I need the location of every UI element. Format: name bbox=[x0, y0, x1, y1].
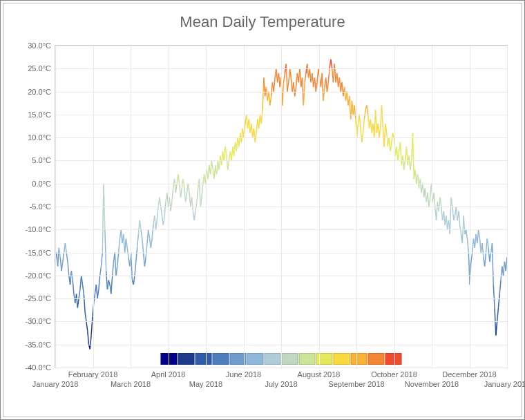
legend-swatch bbox=[161, 353, 178, 365]
svg-line-26 bbox=[88, 331, 89, 345]
svg-line-176 bbox=[274, 78, 275, 92]
svg-line-65 bbox=[136, 248, 137, 262]
svg-line-5 bbox=[61, 262, 63, 271]
svg-line-63 bbox=[133, 276, 135, 285]
svg-line-261 bbox=[379, 128, 381, 137]
svg-line-281 bbox=[404, 160, 405, 169]
svg-line-14 bbox=[73, 280, 74, 294]
svg-line-166 bbox=[261, 110, 262, 124]
svg-line-72 bbox=[144, 257, 146, 266]
svg-line-225 bbox=[334, 64, 336, 83]
svg-line-348 bbox=[487, 239, 488, 248]
x-tick-label: March 2018 bbox=[111, 380, 151, 388]
legend-swatch bbox=[247, 353, 264, 365]
svg-line-88 bbox=[164, 202, 166, 216]
svg-line-77 bbox=[151, 239, 152, 248]
svg-line-346 bbox=[485, 253, 486, 267]
svg-line-278 bbox=[400, 142, 401, 165]
svg-line-25 bbox=[86, 321, 88, 330]
svg-line-110 bbox=[192, 198, 193, 211]
svg-line-197 bbox=[300, 68, 301, 87]
svg-line-24 bbox=[85, 312, 86, 321]
svg-line-258 bbox=[376, 110, 377, 133]
y-tick-label: -30.0°C bbox=[26, 317, 51, 325]
x-tick-label: August 2018 bbox=[298, 370, 341, 379]
svg-line-118 bbox=[202, 184, 203, 198]
svg-line-219 bbox=[327, 82, 328, 91]
legend-swatch bbox=[299, 353, 316, 365]
svg-line-139 bbox=[228, 160, 229, 169]
legend-swatch bbox=[178, 353, 195, 365]
svg-line-335 bbox=[471, 253, 472, 262]
legend-swatch bbox=[265, 353, 281, 365]
svg-line-107 bbox=[188, 184, 189, 193]
svg-line-51 bbox=[119, 239, 120, 253]
svg-line-288 bbox=[412, 133, 414, 179]
svg-line-22 bbox=[83, 285, 84, 294]
svg-line-117 bbox=[200, 198, 202, 207]
x-tick-label: October 2018 bbox=[371, 370, 417, 379]
legend-swatch bbox=[385, 353, 402, 365]
svg-line-49 bbox=[116, 267, 117, 276]
y-tick-label: -15.0°C bbox=[26, 249, 51, 257]
svg-line-105 bbox=[186, 193, 187, 202]
svg-line-189 bbox=[290, 68, 292, 77]
svg-line-321 bbox=[454, 216, 455, 220]
svg-line-35 bbox=[99, 276, 100, 289]
x-tick-label: September 2018 bbox=[328, 380, 384, 388]
y-tick-label: -25.0°C bbox=[26, 294, 51, 303]
svg-line-201 bbox=[305, 73, 306, 82]
svg-line-310 bbox=[440, 198, 441, 207]
svg-line-8 bbox=[65, 243, 66, 252]
svg-line-126 bbox=[211, 160, 213, 169]
svg-line-69 bbox=[141, 229, 142, 238]
svg-line-251 bbox=[367, 106, 368, 115]
svg-line-46 bbox=[113, 262, 114, 276]
svg-line-344 bbox=[482, 243, 484, 257]
svg-line-305 bbox=[434, 193, 435, 207]
x-tick-label: July 2018 bbox=[265, 380, 297, 388]
x-tick-label: December 2018 bbox=[442, 370, 496, 379]
svg-line-10 bbox=[68, 262, 69, 276]
svg-line-101 bbox=[180, 188, 182, 197]
chart-title: Mean Daily Temperature bbox=[3, 3, 522, 31]
svg-line-353 bbox=[493, 285, 495, 307]
y-tick-label: -35.0°C bbox=[26, 341, 51, 349]
x-tick-label: June 2018 bbox=[226, 370, 261, 379]
svg-line-48 bbox=[115, 253, 116, 276]
y-tick-label: -5.0°C bbox=[30, 202, 51, 211]
svg-line-82 bbox=[157, 207, 158, 220]
legend-swatch bbox=[334, 353, 350, 365]
svg-line-331 bbox=[466, 229, 468, 238]
svg-line-168 bbox=[264, 78, 265, 97]
svg-line-112 bbox=[194, 211, 195, 220]
chart-frame: Mean Daily Temperature -40.0°C-35.0°C-30… bbox=[3, 3, 522, 417]
svg-line-75 bbox=[149, 229, 150, 238]
svg-line-73 bbox=[146, 243, 147, 257]
svg-line-2 bbox=[58, 248, 59, 267]
legend-swatch bbox=[282, 353, 298, 365]
svg-line-19 bbox=[79, 289, 80, 298]
svg-line-329 bbox=[464, 216, 465, 234]
svg-line-307 bbox=[437, 202, 438, 220]
svg-line-245 bbox=[359, 115, 361, 128]
svg-line-332 bbox=[468, 239, 469, 253]
svg-line-114 bbox=[197, 188, 198, 202]
svg-line-200 bbox=[303, 82, 305, 105]
svg-line-325 bbox=[459, 211, 460, 225]
svg-line-358 bbox=[499, 280, 501, 294]
svg-line-341 bbox=[479, 229, 480, 238]
svg-line-320 bbox=[452, 207, 454, 220]
svg-line-187 bbox=[287, 82, 289, 91]
svg-line-6 bbox=[63, 253, 64, 262]
svg-line-18 bbox=[77, 298, 79, 307]
svg-line-94 bbox=[172, 188, 173, 202]
svg-line-9 bbox=[66, 253, 68, 262]
svg-line-78 bbox=[152, 225, 153, 239]
svg-line-66 bbox=[137, 234, 139, 248]
svg-line-184 bbox=[284, 73, 285, 82]
legend-swatch bbox=[213, 353, 229, 365]
svg-line-28 bbox=[90, 335, 91, 349]
svg-line-318 bbox=[450, 198, 451, 234]
y-tick-label: 15.0°C bbox=[28, 111, 51, 119]
